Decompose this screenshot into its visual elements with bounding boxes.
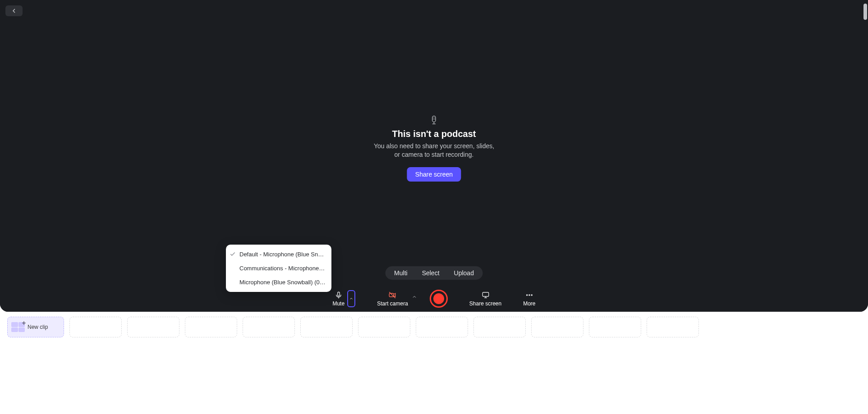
mute-group: Mute [332, 290, 355, 307]
svg-point-14 [531, 294, 532, 295]
timeline-empty-slot[interactable] [416, 317, 468, 337]
podcast-mic-icon [430, 115, 438, 125]
share-screen-cta-button[interactable]: Share screen [407, 167, 461, 182]
timeline-empty-slot[interactable] [300, 317, 353, 337]
check-placeholder [230, 265, 237, 272]
svg-rect-0 [432, 116, 436, 122]
more-button[interactable]: More [523, 291, 535, 307]
mic-option-label: Microphone (Blue Snowball) (0d8... [239, 279, 326, 286]
empty-state-title: This isn't a podcast [392, 129, 476, 139]
vertical-scrollbar[interactable] [863, 4, 867, 20]
share-label: Share screen [469, 300, 501, 307]
timeline-empty-slot[interactable] [531, 317, 583, 337]
mute-label: Mute [332, 300, 344, 307]
microphone-icon [334, 291, 343, 300]
mic-option-label: Default - Microphone (Blue Snow... [239, 251, 326, 258]
controls-row: Mute Start camera [332, 290, 535, 308]
camera-options-toggle[interactable] [412, 293, 418, 300]
mic-option-snowball[interactable]: Microphone (Blue Snowball) (0d8... [226, 275, 331, 289]
timeline-empty-slot[interactable] [185, 317, 237, 337]
chevron-up-icon [349, 296, 354, 301]
empty-state: This isn't a podcast You also need to sh… [374, 115, 494, 182]
more-label: More [523, 300, 535, 307]
plus-icon [21, 320, 27, 326]
start-camera-button[interactable]: Start camera [377, 291, 408, 307]
dots-horizontal-icon [525, 291, 534, 300]
mode-selector: Multi Select Upload [385, 266, 483, 280]
mode-multi[interactable]: Multi [387, 268, 415, 278]
timeline-empty-slot[interactable] [647, 317, 699, 337]
camera-label: Start camera [377, 300, 408, 307]
chevron-up-icon [412, 294, 417, 300]
empty-state-subtitle: You also need to share your screen, slid… [374, 142, 494, 159]
clip-thumbnail-icon [11, 322, 25, 332]
record-indicator-icon [433, 293, 444, 304]
mic-option-default[interactable]: Default - Microphone (Blue Snow... [226, 247, 331, 261]
mute-button[interactable]: Mute [332, 291, 344, 307]
mic-option-communications[interactable]: Communications - Microphone (Bl... [226, 261, 331, 275]
check-icon [230, 251, 237, 258]
mode-select[interactable]: Select [415, 268, 447, 278]
control-bar: Mute Start camera [0, 285, 868, 312]
timeline-empty-slot[interactable] [243, 317, 295, 337]
mic-dropdown: Default - Microphone (Blue Snow... Commu… [226, 245, 331, 292]
timeline-empty-slot[interactable] [589, 317, 641, 337]
svg-rect-9 [482, 292, 489, 296]
timeline-empty-slot[interactable] [69, 317, 122, 337]
timeline-empty-slot[interactable] [127, 317, 179, 337]
record-button[interactable] [430, 290, 448, 308]
new-clip-label: New clip [28, 324, 48, 330]
camera-off-icon [388, 291, 397, 300]
svg-point-13 [529, 294, 530, 295]
new-clip-button[interactable]: New clip [7, 317, 64, 337]
timeline: New clip [0, 315, 868, 339]
monitor-icon [481, 291, 490, 300]
timeline-empty-slot[interactable] [473, 317, 526, 337]
app-root: This isn't a podcast You also need to sh… [0, 0, 868, 414]
share-screen-button[interactable]: Share screen [469, 291, 501, 307]
timeline-empty-slot[interactable] [358, 317, 410, 337]
mic-options-toggle[interactable] [347, 290, 355, 307]
camera-group: Start camera [377, 291, 408, 307]
back-button[interactable] [5, 5, 23, 16]
svg-point-12 [527, 294, 528, 295]
mode-upload[interactable]: Upload [447, 268, 481, 278]
mic-option-label: Communications - Microphone (Bl... [239, 265, 326, 272]
check-placeholder [230, 279, 237, 286]
recording-stage: This isn't a podcast You also need to sh… [0, 0, 868, 312]
arrow-left-icon [10, 7, 18, 14]
svg-line-8 [390, 292, 396, 298]
svg-rect-5 [338, 292, 340, 296]
